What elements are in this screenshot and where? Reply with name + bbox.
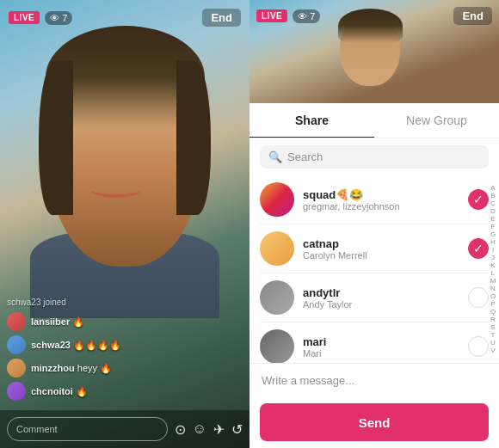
- live-badge: LIVE: [9, 11, 40, 24]
- comment-row-3: minzzhou heyy 🔥: [7, 359, 243, 377]
- contact-name-andytlr: andytlr: [303, 286, 459, 299]
- viewer-number: 7: [62, 13, 67, 23]
- comment-row-1: lansiiber 🔥: [7, 312, 243, 331]
- contact-sub-andytlr: Andy Taylor: [303, 299, 459, 310]
- write-message-area[interactable]: Write a message...: [250, 363, 499, 396]
- alpha-r[interactable]: R: [489, 316, 497, 323]
- contact-info-mari: mari Mari: [303, 335, 459, 359]
- tab-share[interactable]: Share: [250, 103, 374, 138]
- search-icon: 🔍: [268, 150, 282, 163]
- comments-overlay: schwa23 joined lansiiber 🔥 schwa23 🔥🔥🔥🔥 …: [7, 298, 243, 405]
- face-icon[interactable]: ⊙: [175, 421, 186, 438]
- contact-item-mari[interactable]: mari Mari: [250, 322, 499, 363]
- username-4: chcnoitoi: [31, 386, 73, 396]
- alpha-p[interactable]: P: [489, 301, 497, 308]
- comment-input[interactable]: Comment: [7, 417, 168, 441]
- comment-body-4: 🔥: [76, 386, 88, 396]
- search-placeholder-text: Search: [287, 150, 323, 163]
- thumb-viewer-count: 👁 7: [293, 9, 320, 23]
- right-panel: LIVE 👁 7 End Share New Group 🔍 Search sq…: [250, 0, 499, 448]
- comment-body-2: 🔥🔥🔥🔥: [73, 340, 121, 350]
- select-catnap[interactable]: ✓: [468, 238, 489, 259]
- alpha-u[interactable]: U: [489, 340, 497, 347]
- alpha-b[interactable]: B: [489, 193, 497, 199]
- alpha-a[interactable]: A: [489, 185, 497, 192]
- send-button[interactable]: Send: [260, 403, 489, 441]
- alpha-t[interactable]: T: [489, 332, 497, 339]
- alpha-h[interactable]: H: [489, 239, 497, 246]
- username-2: schwa23: [31, 340, 71, 350]
- alpha-s[interactable]: S: [489, 324, 497, 331]
- contact-name-catnap: catnap: [303, 237, 459, 250]
- share-icon[interactable]: ↺: [231, 421, 243, 438]
- alpha-c[interactable]: C: [489, 200, 497, 207]
- comment-row-2: schwa23 🔥🔥🔥🔥: [7, 335, 243, 354]
- thumb-viewer-number: 7: [310, 11, 315, 21]
- contact-info-catnap: catnap Carolyn Merrell: [303, 237, 459, 261]
- username-3: minzzhou: [31, 363, 75, 373]
- alpha-f[interactable]: F: [489, 224, 497, 230]
- comment-row-4: chcnoitoi 🔥: [7, 382, 243, 401]
- search-bar[interactable]: 🔍 Search: [260, 145, 489, 169]
- hair-left: [39, 60, 73, 215]
- username-1: lansiiber: [31, 316, 70, 327]
- contact-sub-mari: Mari: [303, 348, 459, 359]
- avatar-squad: [260, 182, 294, 217]
- smile: [90, 181, 142, 198]
- thumb-end-button[interactable]: End: [453, 7, 492, 25]
- thumb-live-badge: LIVE: [256, 9, 287, 22]
- send-icon[interactable]: ✈: [213, 421, 225, 438]
- alpha-j[interactable]: J: [489, 255, 497, 261]
- alpha-g[interactable]: G: [489, 231, 497, 238]
- thumb-top-bar: LIVE 👁 7 End: [256, 7, 492, 25]
- contact-sub-catnap: Carolyn Merrell: [303, 250, 459, 261]
- alpha-v[interactable]: V: [489, 347, 497, 354]
- viewer-count: 👁 7: [45, 11, 72, 25]
- comment-body-1: 🔥: [72, 316, 84, 327]
- tab-new-group[interactable]: New Group: [374, 103, 499, 138]
- alpha-l[interactable]: L: [489, 270, 497, 277]
- avatar-lansiiber: [7, 312, 26, 331]
- write-message-placeholder: Write a message...: [262, 374, 354, 387]
- video-thumbnail: LIVE 👁 7 End: [250, 0, 499, 103]
- avatar-schwa23: [7, 335, 26, 354]
- tab-new-group-label: New Group: [406, 114, 467, 127]
- bottom-bar: Comment ⊙ ☺ ✈ ↺: [0, 410, 250, 448]
- join-notice: schwa23 joined: [7, 298, 243, 307]
- thumb-eye-icon: 👁: [298, 11, 307, 21]
- alpha-e[interactable]: E: [489, 216, 497, 223]
- streamer-face: [39, 26, 211, 301]
- alpha-k[interactable]: K: [489, 262, 497, 269]
- contact-info-andytlr: andytlr Andy Taylor: [303, 286, 459, 310]
- contact-list: squad🍕😂 gregmar, lizzeyjohnson ✓ catnap …: [250, 175, 499, 363]
- contact-item-catnap[interactable]: catnap Carolyn Merrell ✓: [250, 224, 499, 273]
- select-mari[interactable]: [468, 336, 489, 357]
- alpha-o[interactable]: O: [489, 293, 497, 300]
- contact-name-squad: squad🍕😂: [303, 188, 459, 201]
- comment-placeholder: Comment: [16, 424, 58, 434]
- alpha-n[interactable]: N: [489, 285, 497, 292]
- alpha-d[interactable]: D: [489, 208, 497, 215]
- contact-item-squad[interactable]: squad🍕😂 gregmar, lizzeyjohnson ✓: [250, 175, 499, 224]
- comment-text-4: chcnoitoi 🔥: [31, 385, 88, 397]
- comment-text-1: lansiiber 🔥: [31, 316, 84, 328]
- avatar-chcnoitoi: [7, 382, 26, 401]
- avatar-catnap: [260, 231, 294, 266]
- contact-item-andytlr[interactable]: andytlr Andy Taylor: [250, 273, 499, 322]
- avatar-minzzhou: [7, 359, 26, 377]
- tabs-row: Share New Group: [250, 103, 499, 138]
- hair-right: [176, 60, 211, 215]
- contact-name-mari: mari: [303, 335, 459, 348]
- alpha-q[interactable]: Q: [489, 309, 497, 316]
- contact-info-squad: squad🍕😂 gregmar, lizzeyjohnson: [303, 188, 459, 212]
- end-button[interactable]: End: [202, 9, 241, 27]
- select-andytlr[interactable]: [468, 287, 489, 308]
- alpha-m[interactable]: M: [489, 278, 497, 285]
- alpha-i[interactable]: I: [489, 247, 497, 254]
- comment-body-3: heyy 🔥: [77, 363, 112, 373]
- select-squad[interactable]: ✓: [468, 189, 489, 210]
- comment-text-2: schwa23 🔥🔥🔥🔥: [31, 339, 121, 351]
- contact-sub-squad: gregmar, lizzeyjohnson: [303, 201, 459, 212]
- send-label: Send: [359, 415, 391, 430]
- emoji-icon[interactable]: ☺: [193, 421, 206, 437]
